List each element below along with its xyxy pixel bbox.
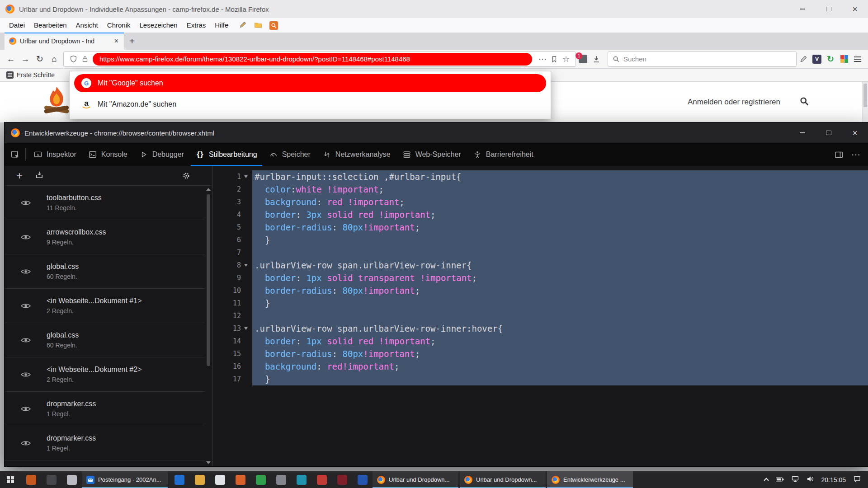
visibility-toggle-icon[interactable] — [5, 303, 47, 309]
maximize-button[interactable] — [816, 122, 842, 143]
search-suggestion-amazon[interactable]: a Mit "Amazon.de" suchen — [74, 95, 546, 113]
stylesheet-item[interactable]: dropmarker.css1 Regel. — [5, 392, 205, 426]
pick-element-button[interactable] — [5, 143, 25, 166]
downloads-button[interactable] — [590, 52, 603, 66]
fold-marker-icon[interactable] — [243, 327, 249, 330]
stylesheet-item[interactable]: dropmarker.css1 Regel. — [5, 426, 205, 460]
code-line[interactable]: .urlbarView-row span.urlbarView-row-inne… — [252, 322, 868, 335]
scrollbar-thumb[interactable] — [207, 194, 210, 366]
search-suggestion-google[interactable]: G Mit "Google" suchen — [74, 74, 546, 92]
v-extension-button[interactable]: V — [810, 52, 824, 66]
url-input[interactable]: https://www.camp-firefox.de/forum/thema/… — [93, 53, 532, 66]
code-line[interactable]: } — [252, 234, 868, 246]
code-line[interactable]: border-radius: 80px!important; — [252, 221, 868, 234]
app-menu-button[interactable] — [851, 52, 864, 66]
more-options-button[interactable]: ⋯ — [848, 147, 863, 162]
visibility-toggle-icon[interactable] — [5, 440, 47, 446]
options-gear-icon[interactable] — [182, 172, 190, 180]
fold-marker-icon[interactable] — [243, 264, 249, 267]
code-line[interactable] — [252, 310, 868, 322]
action-center-icon[interactable] — [854, 475, 861, 484]
taskbar-pinned-app-mid-10[interactable] — [352, 471, 373, 488]
scrollbar-thumb[interactable] — [863, 84, 867, 107]
code-line[interactable]: background: red !important; — [252, 196, 868, 208]
extension-button[interactable]: 1 — [576, 52, 590, 66]
page-actions-icon[interactable]: ⋯ — [537, 54, 548, 64]
devtools-tab-konsole[interactable]: Konsole — [82, 143, 133, 166]
taskbar-window-button-3[interactable]: Entwicklerwerkzeuge ... — [547, 471, 633, 488]
start-button[interactable] — [0, 471, 21, 488]
signin-link[interactable]: Anmelden oder registrieren — [688, 98, 780, 107]
refresh-extension-button[interactable]: ↻ — [824, 52, 837, 66]
campfire-logo-icon[interactable] — [42, 84, 71, 119]
taskbar-pinned-app-mid-6[interactable] — [271, 471, 291, 488]
visibility-toggle-icon[interactable] — [5, 337, 47, 343]
volume-icon[interactable] — [807, 476, 814, 484]
close-button[interactable]: × — [842, 0, 868, 18]
devtools-tab-speicher[interactable]: Speicher — [263, 143, 316, 166]
maximize-button[interactable] — [816, 0, 842, 18]
code-line[interactable]: border: 3px solid red !important; — [252, 208, 868, 221]
code-line[interactable]: border: 1px solid transparent !important… — [252, 272, 868, 284]
devtools-tab-stilbearbeitung[interactable]: {}Stilbearbeitung — [190, 143, 263, 166]
taskbar-pinned-app-mid-7[interactable] — [291, 471, 311, 488]
search-bar[interactable]: Suchen — [608, 52, 797, 67]
stylesheet-item[interactable]: arrowscrollbox.css9 Regeln. — [5, 220, 205, 254]
tracking-shield-icon[interactable] — [67, 55, 79, 63]
menu-item-datei[interactable]: Datei — [5, 18, 29, 33]
star-icon[interactable]: ☆ — [560, 54, 572, 64]
forward-button[interactable]: → — [18, 52, 33, 66]
scroll-up-icon[interactable] — [206, 188, 211, 191]
sidebar-scrollbar[interactable] — [205, 186, 212, 466]
taskbar-pinned-app-mid-9[interactable] — [332, 471, 352, 488]
page-search-icon[interactable] — [799, 96, 809, 108]
taskbar-window-button-2[interactable]: Urlbar und Dropdown... — [460, 471, 546, 488]
menu-item-hilfe[interactable]: Hilfe — [210, 18, 233, 33]
bookmark-item[interactable]: Erste Schritte — [6, 71, 55, 79]
menu-item-bearbeiten[interactable]: Bearbeiten — [29, 18, 71, 33]
code-line[interactable]: } — [252, 297, 868, 310]
stylesheet-item[interactable]: <in Webseite...Dokument #2>2 Regeln. — [5, 357, 205, 392]
stylesheet-item[interactable]: global.css60 Regeln. — [5, 323, 205, 357]
new-stylesheet-button[interactable]: + — [16, 170, 23, 181]
minimize-button[interactable] — [789, 0, 816, 18]
visibility-toggle-icon[interactable] — [5, 268, 47, 275]
menu-item-lesezeichen[interactable]: Lesezeichen — [135, 18, 182, 33]
minimize-button[interactable] — [789, 122, 816, 143]
import-stylesheet-button[interactable] — [35, 171, 43, 181]
bookmark-flag-icon[interactable] — [548, 56, 560, 63]
devtools-tab-debugger[interactable]: Debugger — [133, 143, 190, 166]
url-bar[interactable]: https://www.camp-firefox.de/forum/thema/… — [63, 52, 576, 67]
new-tab-button[interactable]: + — [124, 33, 140, 50]
taskbar-window-mail[interactable]: Posteingang - 2002An... — [82, 471, 168, 488]
page-scrollbar[interactable] — [862, 82, 868, 122]
code-line[interactable]: border: 1px solid red !important; — [252, 335, 868, 347]
taskbar-pinned-app-mid-8[interactable] — [311, 471, 332, 488]
back-button[interactable]: ← — [4, 52, 18, 66]
taskbar-pinned-app-mid-4[interactable] — [230, 471, 250, 488]
close-button[interactable]: × — [842, 122, 868, 143]
tab-close-icon[interactable]: × — [113, 37, 119, 45]
menu-item-ansicht[interactable]: Ansicht — [71, 18, 103, 33]
browser-tab[interactable]: Urlbar und Dropdown - Ind × — [5, 33, 124, 50]
code-line[interactable]: color:white !important; — [252, 183, 868, 196]
devtools-tab-barrierefreiheit[interactable]: Barrierefreiheit — [467, 143, 539, 166]
search-tool-icon[interactable] — [269, 21, 278, 30]
menu-item-extras[interactable]: Extras — [182, 18, 211, 33]
taskbar-pinned-app-mid-2[interactable] — [189, 471, 210, 488]
taskbar-pinned-app-2[interactable] — [41, 471, 61, 488]
taskbar-window-button-1[interactable]: Urlbar und Dropdown... — [373, 471, 458, 488]
menu-item-chronik[interactable]: Chronik — [103, 18, 135, 33]
lock-icon[interactable] — [79, 56, 91, 63]
code-line[interactable]: border-radius: 80px!important; — [252, 347, 868, 360]
edit-extension-button[interactable] — [797, 52, 810, 66]
folder-icon[interactable] — [254, 21, 262, 30]
dock-side-button[interactable] — [831, 147, 846, 162]
code-line[interactable]: #urlbar-input::selection ,#urlbar-input{ — [252, 170, 868, 183]
reload-button[interactable]: ↻ — [33, 52, 47, 66]
code-line[interactable]: } — [252, 373, 868, 385]
code-line[interactable] — [252, 246, 868, 259]
editor-code-area[interactable]: #urlbar-input::selection ,#urlbar-input{… — [252, 166, 868, 466]
devtools-tab-web-speicher[interactable]: Web-Speicher — [396, 143, 467, 166]
stylesheet-item[interactable]: toolbarbutton.css11 Regeln. — [5, 186, 205, 220]
